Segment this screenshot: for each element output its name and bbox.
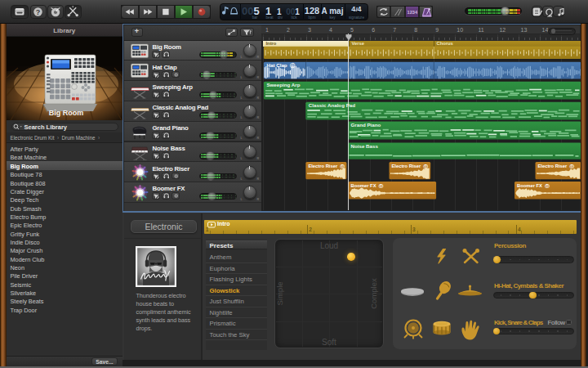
- svg-text:Simple: Simple: [275, 281, 284, 305]
- svg-text:Grand Piano: Grand Piano: [350, 122, 381, 128]
- svg-text:Boomer FX ⓒ: Boomer FX ⓒ: [350, 183, 383, 189]
- svg-text:Big Room: Big Room: [48, 109, 83, 117]
- svg-text:Hat Clap ⓒ: Hat Clap ⓒ: [266, 62, 296, 69]
- svg-text:Sweeping Arp: Sweeping Arp: [266, 82, 300, 88]
- svg-text:?: ?: [36, 7, 41, 16]
- svg-text:1234: 1234: [408, 10, 418, 15]
- svg-text:Electro Riser ⓒ: Electro Riser ⓒ: [308, 164, 345, 169]
- svg-text:Complex: Complex: [369, 278, 378, 309]
- svg-text:Boomer FX ⓒ: Boomer FX ⓒ: [517, 183, 550, 189]
- svg-text:Electro Riser ⓒ: Electro Riser ⓒ: [391, 164, 428, 169]
- svg-text:Noise Bass: Noise Bass: [350, 143, 378, 149]
- svg-text:Electro Riser ⓒ: Electro Riser ⓒ: [537, 164, 574, 169]
